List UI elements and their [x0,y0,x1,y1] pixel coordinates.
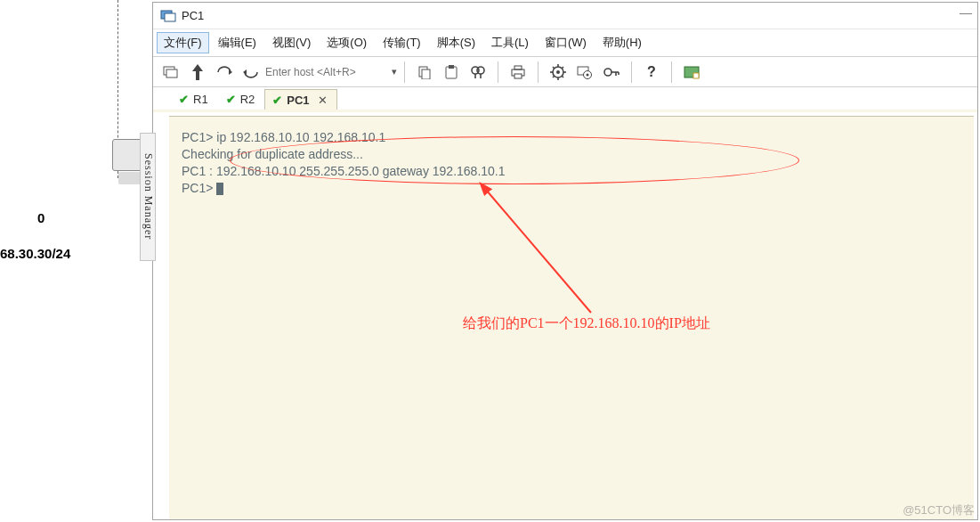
node-label: 0 [37,210,45,225]
separator [631,61,632,83]
svg-rect-10 [449,65,454,69]
canvas-behind: 0 68.30.30/24 [0,0,142,522]
paste-icon[interactable] [439,60,464,85]
separator [404,61,405,83]
host-dropdown-icon[interactable]: ▾ [392,66,397,77]
svg-line-25 [562,76,563,77]
titlebar[interactable]: PC1 — [153,3,977,29]
svg-rect-3 [166,69,177,77]
terminal[interactable]: PC1> ip 192.168.10.10 192.168.10.1 Check… [169,116,974,519]
svg-rect-16 [514,66,522,69]
terminal-window: Session Manager PC1 — 文件(F) 编辑(E) 视图(V) … [152,2,978,520]
annotation-text: 给我们的PC1一个192.168.10.10的IP地址 [463,314,710,333]
svg-line-37 [486,190,591,313]
check-icon: ✔ [272,94,282,107]
toolbar: ▾ ? [153,57,977,87]
svg-rect-8 [422,69,430,79]
sessions-icon[interactable] [158,60,183,85]
menu-view[interactable]: 视图(V) [265,32,318,53]
app-icon [160,8,176,24]
svg-line-24 [553,67,555,69]
svg-line-26 [562,67,563,69]
reconnect-icon[interactable] [212,60,237,85]
svg-line-27 [553,76,555,77]
svg-point-31 [604,69,611,76]
menu-script[interactable]: 脚本(S) [430,32,482,53]
separator [538,61,539,83]
key-icon[interactable] [599,60,624,85]
minimize-button[interactable]: — [960,6,972,20]
svg-rect-1 [165,13,175,21]
options-icon[interactable] [546,60,571,85]
tab-label: PC1 [287,94,309,107]
svg-rect-17 [514,74,522,78]
svg-point-30 [587,73,589,76]
svg-rect-36 [693,73,699,78]
menu-file[interactable]: 文件(F) [157,32,209,53]
annotation-ellipse [230,136,799,184]
cursor-icon [216,183,223,195]
menu-options[interactable]: 选项(O) [320,32,374,53]
menu-tools[interactable]: 工具(L) [484,32,536,53]
separator [498,61,498,83]
annotation-arrow [475,179,618,326]
subnet-label: 68.30.30/24 [0,246,70,261]
screenshot-icon[interactable] [679,60,704,85]
svg-marker-4 [192,64,203,80]
tab-label: R2 [240,93,255,106]
separator [671,61,672,83]
menu-edit[interactable]: 编辑(E) [211,32,263,53]
watermark: @51CTO博客 [903,502,975,518]
host-input[interactable] [265,62,390,82]
window-title: PC1 [182,9,204,22]
menu-help[interactable]: 帮助(H) [595,32,649,53]
find-icon[interactable] [466,60,490,85]
print-icon[interactable] [506,60,530,85]
menubar: 文件(F) 编辑(E) 视图(V) 选项(O) 传输(T) 脚本(S) 工具(L… [153,29,977,57]
menu-window[interactable]: 窗口(W) [538,32,594,53]
session-manager-tab[interactable]: Session Manager [140,133,156,261]
disconnect-icon[interactable] [239,60,263,85]
check-icon: ✔ [179,93,189,106]
tab-r1[interactable]: ✔R1 [171,88,218,110]
copy-icon[interactable] [412,60,437,85]
session-options-icon[interactable] [572,60,597,85]
svg-point-19 [556,70,560,74]
close-tab-button[interactable]: ✕ [318,94,328,107]
tab-label: R1 [193,93,208,106]
menu-transfer[interactable]: 传输(T) [376,32,428,53]
quick-connect-icon[interactable] [185,60,210,85]
tab-r2[interactable]: ✔R2 [218,88,265,110]
tabbar: ✔R1 ✔R2 ✔PC1✕ [153,87,977,112]
help-icon[interactable]: ? [639,60,664,85]
tab-pc1[interactable]: ✔PC1✕ [264,89,336,110]
session-manager-label: Session Manager [142,153,155,240]
check-icon: ✔ [226,93,236,106]
